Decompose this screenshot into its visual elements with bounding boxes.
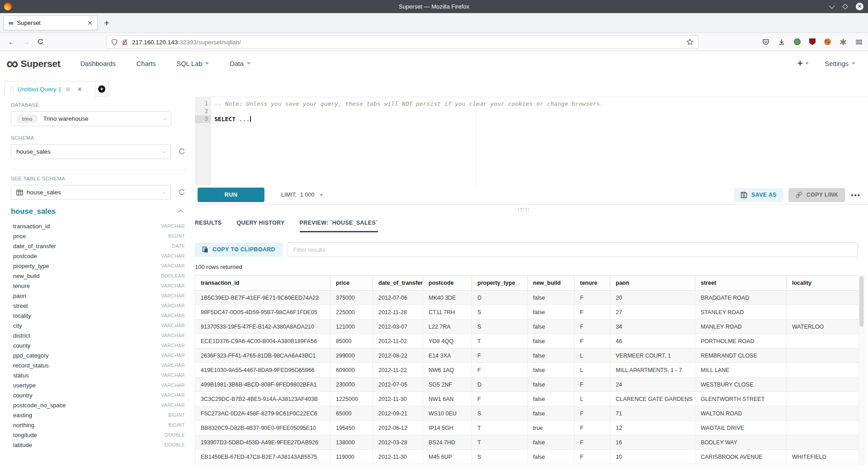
table-cell bbox=[787, 377, 859, 392]
editor-line[interactable] bbox=[211, 108, 868, 115]
tab-results[interactable]: RESULTS bbox=[195, 220, 222, 232]
table-cell: T bbox=[472, 334, 528, 349]
copy-link-button[interactable]: COPY LINK bbox=[788, 188, 845, 202]
url-bar[interactable]: 217.160.120.143 :32393/superset/sqllab/ bbox=[106, 35, 698, 49]
settings-menu[interactable]: Settings bbox=[825, 60, 855, 67]
table-cell: WESTBURY CLOSE bbox=[695, 377, 787, 392]
table-cell: 2012-03-28 bbox=[373, 435, 423, 450]
superset-logo[interactable]: ∞ Superset bbox=[6, 57, 61, 71]
table-cell: REMBRANDT CLOSE bbox=[695, 349, 787, 363]
caret-down-icon bbox=[805, 62, 809, 65]
window-close-icon[interactable]: × bbox=[856, 3, 863, 10]
downloads-icon[interactable] bbox=[778, 38, 785, 46]
table-header-tenure[interactable]: tenure bbox=[575, 276, 610, 291]
table-cell: 2012-03-07 bbox=[373, 320, 423, 334]
table-header-street[interactable]: street bbox=[695, 276, 787, 291]
editor-line[interactable]: SELECT ... bbox=[211, 115, 868, 123]
table-cell: 230000 bbox=[330, 377, 373, 392]
shield-icon[interactable] bbox=[111, 39, 118, 46]
browser-tab[interactable]: ∞ Superset ✕ bbox=[4, 15, 98, 30]
window-titlebar: Superset — Mozilla Firefox × bbox=[0, 0, 868, 13]
editor-line[interactable]: -- Note: Unless you save your query, the… bbox=[211, 100, 868, 108]
table-cell: 1B5C39ED-BE7F-41EF-9E71-9C60EED74A22 bbox=[195, 291, 330, 305]
ublock-icon[interactable] bbox=[809, 38, 816, 45]
scrollbar-thumb[interactable] bbox=[859, 276, 863, 327]
refresh-schema-icon[interactable] bbox=[178, 148, 186, 155]
tab-preview-house-sales[interactable]: PREVIEW: `HOUSE_SALES` bbox=[300, 220, 378, 232]
pane-resize-handle[interactable] bbox=[195, 205, 868, 216]
add-query-tab-button[interactable]: + bbox=[95, 81, 108, 97]
nav-item-data[interactable]: Data bbox=[230, 60, 250, 67]
table-cell: 138000 bbox=[330, 435, 373, 450]
window-title: Superset — Mozilla Firefox bbox=[0, 3, 868, 10]
table-cell: S bbox=[472, 450, 528, 464]
query-tab[interactable]: Untitled Query 1 ✕ bbox=[5, 81, 95, 97]
column-type: VARCHAR bbox=[161, 313, 185, 318]
drag-handle-icon[interactable] bbox=[10, 87, 14, 92]
nav-item-dashboards[interactable]: Dashboards bbox=[80, 60, 116, 67]
more-actions-button[interactable]: ••• bbox=[851, 191, 861, 199]
table-header-transaction-id[interactable]: transaction_id bbox=[195, 276, 330, 291]
table-cell: D bbox=[472, 291, 528, 305]
nav-item-charts[interactable]: Charts bbox=[137, 60, 156, 67]
table-header-new-build[interactable]: new_build bbox=[528, 276, 575, 291]
run-button[interactable]: RUN bbox=[198, 188, 264, 202]
database-select[interactable]: trino Trino warehouse bbox=[11, 111, 171, 126]
schema-column-row: usertypeVARCHAR bbox=[11, 380, 186, 390]
table-header-locality[interactable]: locality bbox=[787, 276, 859, 291]
limit-dropdown[interactable]: LIMIT: 1 000 bbox=[281, 192, 323, 198]
table-cell bbox=[787, 435, 859, 450]
save-as-button[interactable]: SAVE AS bbox=[734, 188, 783, 202]
filter-results-input[interactable] bbox=[288, 242, 858, 257]
refresh-table-icon[interactable] bbox=[178, 188, 186, 196]
schema-column-row: transaction_idVARCHAR bbox=[11, 221, 186, 231]
table-cell: 609000 bbox=[330, 363, 373, 377]
table-cell bbox=[787, 406, 859, 421]
column-name: property_type bbox=[13, 263, 49, 269]
table-cell: WATERLOO bbox=[787, 320, 859, 334]
forward-icon[interactable]: → bbox=[23, 38, 30, 46]
tab-query-history[interactable]: QUERY HISTORY bbox=[237, 220, 285, 232]
menu-hamburger-icon[interactable] bbox=[855, 39, 863, 45]
table-name-heading[interactable]: house_sales bbox=[11, 207, 56, 216]
bookmark-star-icon[interactable] bbox=[686, 38, 693, 46]
new-tab-button[interactable]: + bbox=[104, 18, 109, 28]
sidebar-divider bbox=[11, 169, 186, 170]
table-select[interactable]: house_sales bbox=[11, 185, 171, 200]
table-cell: 12 bbox=[610, 421, 695, 435]
schema-column-row: record_statusVARCHAR bbox=[11, 360, 186, 370]
tab-close-icon[interactable]: ✕ bbox=[87, 20, 93, 26]
table-header-date-of-transfer[interactable]: date_of_transfer bbox=[373, 276, 423, 291]
extension-asterisk-icon[interactable] bbox=[840, 38, 847, 46]
collapse-chevron-up-icon[interactable] bbox=[178, 209, 183, 214]
table-header-property-type[interactable]: property_type bbox=[472, 276, 528, 291]
reload-icon[interactable] bbox=[37, 38, 44, 45]
query-tab-close-icon[interactable]: ✕ bbox=[77, 86, 82, 93]
table-cell: PORTHOLME ROAD bbox=[695, 334, 787, 349]
table-cell: WAGTAIL DRIVE bbox=[695, 421, 787, 435]
table-header-postcode[interactable]: postcode bbox=[423, 276, 472, 291]
nav-item-label: Charts bbox=[137, 60, 156, 67]
cookie-extension-icon[interactable] bbox=[824, 38, 831, 45]
pocket-icon[interactable] bbox=[762, 38, 769, 46]
table-header-paon[interactable]: paon bbox=[610, 276, 695, 291]
column-type: DOUBLE bbox=[165, 442, 185, 447]
table-scrollbar[interactable] bbox=[859, 275, 864, 465]
back-icon[interactable]: ← bbox=[8, 38, 15, 46]
new-item-button[interactable]: + bbox=[797, 58, 809, 69]
table-header-price[interactable]: price bbox=[330, 276, 373, 291]
window-maximize-icon[interactable] bbox=[842, 4, 848, 9]
lock-insecure-icon[interactable] bbox=[122, 39, 128, 46]
table-cell: 375000 bbox=[330, 291, 373, 305]
copy-to-clipboard-button[interactable]: COPY TO CLIPBOARD bbox=[195, 243, 283, 257]
extension-green-icon[interactable] bbox=[794, 38, 801, 45]
table-row: 193907D3-5DBD-453D-A49E-9FEE27DAB9261380… bbox=[195, 435, 859, 450]
column-type: VARCHAR bbox=[161, 283, 185, 288]
nav-item-sql-lab[interactable]: SQL Lab bbox=[177, 60, 209, 67]
sql-editor[interactable]: 123 -- Note: Unless you save your query,… bbox=[195, 97, 868, 185]
table-cell: M45 6UP bbox=[423, 450, 472, 464]
table-cell: L bbox=[575, 349, 610, 363]
table-cell: 71 bbox=[610, 406, 695, 421]
schema-select[interactable]: house_sales bbox=[11, 144, 171, 159]
table-cell: false bbox=[528, 363, 575, 377]
